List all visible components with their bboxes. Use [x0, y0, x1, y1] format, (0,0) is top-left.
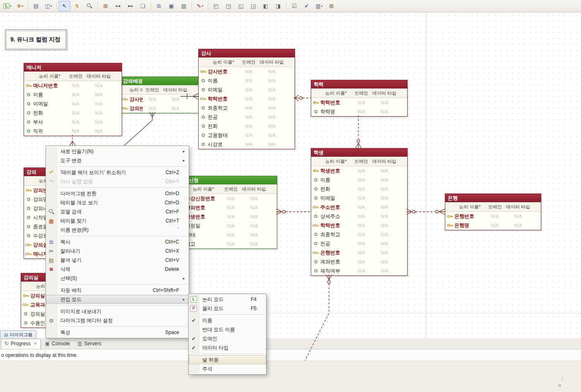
menu-item[interactable]: 널 허용: [189, 355, 266, 364]
menu-item[interactable]: ✂잘라내기Ctrl+X: [46, 246, 189, 256]
menu-item[interactable]: ↶'테이블 헤더 보이기' 취소하기Ctrl+Z: [46, 168, 189, 177]
table-row[interactable]: 고용형태N/AN/A: [199, 131, 295, 140]
table-row[interactable]: 계좌번호N/AN/A: [311, 257, 407, 266]
menu-item[interactable]: 특성Space: [46, 328, 189, 337]
table-degree[interactable]: 학력논리 이름*도메인데이터 타입학력번호N/AN/A학력명N/AN/A: [311, 80, 408, 117]
table-row[interactable]: 시강료N/AN/A: [199, 140, 295, 149]
non-identifying-relation-icon[interactable]: ⊶: [112, 1, 124, 12]
table-row[interactable]: 이메일N/AN/A: [311, 194, 407, 203]
table-row[interactable]: 학생번호N/AN/A: [311, 166, 407, 175]
table-row[interactable]: 신청일N/AN/A: [176, 221, 277, 230]
table-row[interactable]: f주소번호N/AN/A: [311, 203, 407, 212]
image-export-icon[interactable]: ▨: [178, 1, 190, 12]
table-row[interactable]: 이름N/AN/A: [199, 76, 295, 85]
menu-item[interactable]: 새로 만들기(N)▸: [46, 147, 189, 156]
brush-dropdown[interactable]: ✎▾: [194, 1, 206, 12]
table-row[interactable]: 전화N/AN/A: [24, 108, 122, 117]
table-row[interactable]: 부서N/AN/A: [24, 117, 122, 127]
table-row[interactable]: 직위N/AN/A: [24, 127, 122, 136]
table-row[interactable]: 매니저번호N/AN/A: [24, 81, 122, 90]
table-row[interactable]: f은행번호N/AN/A: [311, 248, 407, 257]
align-left-icon[interactable]: ◰: [210, 1, 222, 12]
table-row[interactable]: 전화N/AN/A: [311, 184, 407, 194]
annotation-box[interactable]: 9. 유니크 컬럼 지정: [5, 29, 67, 50]
table-row[interactable]: f학생번호N/AN/A: [176, 212, 277, 221]
palette-dropdown[interactable]: ❖▾: [14, 1, 26, 12]
table-row[interactable]: 이름N/AN/A: [24, 90, 122, 99]
db-sync-dropdown[interactable]: ▥▾: [313, 1, 325, 12]
table-row[interactable]: 이메일N/AN/A: [24, 99, 122, 108]
table-row[interactable]: 상태N/AN/A: [176, 230, 277, 239]
table-row[interactable]: f강사번호N/AN/A: [120, 95, 198, 104]
table-manager[interactable]: 매니저논리 이름*도메인데이터 타입매니저번호N/AN/A이름N/AN/A이메일…: [24, 63, 122, 136]
menu-item[interactable]: 모델 검색Ctrl+F: [46, 207, 189, 216]
view-tab-progress[interactable]: ↻Progress✕: [1, 339, 41, 349]
table-row[interactable]: f학력번호N/AN/A: [311, 221, 407, 230]
table-row[interactable]: 은행번호N/AN/A: [445, 212, 541, 221]
validate-model-icon[interactable]: ☑: [288, 1, 300, 12]
report-icon[interactable]: ▤: [30, 1, 42, 12]
table-row[interactable]: 수강신청번호N/AN/A: [176, 194, 277, 203]
table-row[interactable]: f강의번호N/AN/A: [176, 203, 277, 212]
table-row[interactable]: 비고N/AN/A: [176, 239, 277, 249]
table-row[interactable]: 강사번호N/AN/A: [199, 67, 295, 76]
check-model-icon[interactable]: ✔: [301, 1, 312, 12]
menu-item[interactable]: ✖삭제Delete: [46, 265, 189, 274]
menu-item[interactable]: L논리 모드F4: [189, 295, 266, 304]
memo-icon[interactable]: ❑: [137, 1, 149, 12]
menu-item[interactable]: 편집 모드▸: [46, 295, 189, 304]
table-assignment[interactable]: 강의배정논리 이름*도메인데이터 타입f강사번호N/AN/Af강의번호N/AN/…: [120, 76, 199, 113]
menu-item[interactable]: 이미지로 내보내기: [46, 307, 189, 316]
print-icon[interactable]: ▣: [166, 1, 177, 12]
menu-item[interactable]: 도구 변경▸: [46, 156, 189, 165]
new-table-icon[interactable]: ⊞: [100, 1, 111, 12]
menu-item[interactable]: P물리 모드F5: [189, 304, 266, 313]
menu-item[interactable]: 이름 변경(R)`: [46, 225, 189, 234]
menu-item[interactable]: ✓도메인: [189, 334, 266, 343]
menu-item[interactable]: ✓데이터 타입: [189, 343, 266, 352]
copy-diagram-icon[interactable]: ⧉: [153, 1, 165, 12]
distribute-horizontal-icon[interactable]: ◧: [260, 1, 271, 12]
identifying-relation-icon[interactable]: ⊷: [125, 1, 136, 12]
connection-move-tool[interactable]: ↯: [71, 1, 83, 12]
menu-item[interactable]: ▤붙여 넣기Ctrl+V: [46, 256, 189, 265]
align-right-icon[interactable]: ◳: [223, 1, 234, 12]
menu-item[interactable]: 주석: [189, 364, 266, 373]
align-top-icon[interactable]: ◲: [247, 1, 259, 12]
table-row[interactable]: 최종학교N/AN/A: [199, 103, 295, 112]
table-row[interactable]: 학력번호N/AN/A: [311, 98, 407, 107]
table-row[interactable]: 학력명N/AN/A: [311, 107, 407, 116]
table-instructor[interactable]: 강사논리 이름*도메인데이터 타입강사번호N/AN/A이름N/AN/A이메일N/…: [198, 49, 295, 149]
table-row[interactable]: 전화N/AN/A: [199, 122, 295, 131]
menu-item[interactable]: ✓이름: [189, 316, 266, 325]
table-student[interactable]: 학생논리 이름*도메인데이터 타입학생번호N/AN/A이름N/AN/A전화N/A…: [311, 148, 408, 276]
view-tab-console[interactable]: ▣Console: [42, 339, 73, 349]
table-row[interactable]: 재직여부N/AN/A: [311, 266, 407, 275]
generate-table-icon[interactable]: ⊞: [326, 1, 337, 12]
menu-item[interactable]: 테이블 개요 보기Ctrl+O: [46, 198, 189, 207]
menu-item[interactable]: ▦테이블 찾기Ctrl+T: [46, 216, 189, 225]
table-row[interactable]: 은행명N/AN/A: [445, 221, 541, 230]
menu-item[interactable]: 반대 모드 이름: [189, 325, 266, 334]
table-row[interactable]: 이메일N/AN/A: [199, 85, 295, 94]
notebook-dropdown[interactable]: ◫▾: [43, 1, 54, 12]
align-bottom-icon[interactable]: ◱: [235, 1, 247, 12]
zoom-tool[interactable]: [84, 1, 95, 12]
table-row[interactable]: 전공N/AN/A: [199, 112, 295, 122]
overflow-menu-icon[interactable]: ≡: [558, 383, 562, 388]
table-row[interactable]: f강의번호N/AN/A: [120, 104, 198, 113]
menu-item[interactable]: ⚙다이어그램 에디터 설정: [46, 316, 189, 325]
menu-item[interactable]: 자동 배치Ctrl+Shift+F: [46, 286, 189, 295]
distribute-vertical-icon[interactable]: ◨: [272, 1, 284, 12]
table-row[interactable]: 전공N/AN/A: [311, 239, 407, 248]
overflow-dots-icon[interactable]: ⋮: [559, 376, 565, 381]
logical-physical-mode-dropdown[interactable]: L▾: [2, 1, 13, 12]
table-row[interactable]: 최종학교N/AN/A: [311, 230, 407, 239]
view-tab-servers[interactable]: ▥Servers: [74, 339, 105, 349]
close-tab-icon[interactable]: ✕: [34, 342, 37, 346]
select-tool[interactable]: ↖: [59, 1, 70, 12]
menu-item[interactable]: ⧉복사Ctrl+C: [46, 237, 189, 246]
table-row[interactable]: 이름N/AN/A: [311, 175, 407, 184]
table-row[interactable]: 상세주소N/AN/A: [311, 212, 407, 221]
menu-item[interactable]: 선택(S)▸: [46, 274, 189, 283]
